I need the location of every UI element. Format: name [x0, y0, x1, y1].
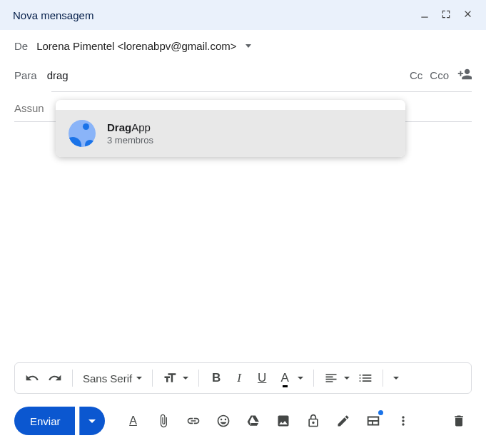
- underline-button[interactable]: U: [252, 368, 272, 388]
- insert-signature-button[interactable]: [330, 408, 356, 434]
- bcc-button[interactable]: Cco: [430, 69, 449, 81]
- to-row: Para Cc Cco: [0, 59, 486, 91]
- caret-down-icon: [88, 419, 96, 423]
- autocomplete-text: DragApp 3 membros: [107, 121, 153, 146]
- more-options-button[interactable]: [390, 408, 416, 434]
- from-row: De Lorena Pimentel <lorenabpv@gmail.com>: [0, 30, 486, 59]
- compose-title: Nova mensagem: [13, 9, 93, 21]
- layout-button[interactable]: [360, 408, 386, 434]
- align-button[interactable]: [321, 368, 341, 388]
- autocomplete-item[interactable]: DragApp 3 membros: [56, 110, 405, 157]
- toolbar-separator: [72, 370, 73, 387]
- close-icon[interactable]: [462, 9, 473, 21]
- discard-draft-button[interactable]: [446, 408, 472, 434]
- compose-titlebar: Nova mensagem: [0, 0, 486, 30]
- font-size-button[interactable]: [160, 368, 180, 388]
- autocomplete-popup: DragApp 3 membros: [56, 100, 405, 157]
- toolbar-separator: [313, 370, 314, 387]
- autocomplete-subtitle: 3 membros: [107, 135, 153, 146]
- svg-rect-0: [421, 16, 427, 17]
- toolbar-separator: [383, 370, 383, 387]
- to-label: Para: [14, 69, 37, 81]
- italic-button[interactable]: I: [229, 368, 249, 388]
- notification-dot-icon: [378, 410, 383, 415]
- send-options-button[interactable]: [79, 407, 105, 435]
- insert-emoji-button[interactable]: [211, 408, 236, 434]
- expand-icon[interactable]: [441, 9, 451, 21]
- toolbar-separator: [152, 370, 153, 387]
- formatting-toggle-button[interactable]: A: [121, 408, 146, 434]
- attach-file-button[interactable]: [151, 408, 176, 434]
- text-color-button[interactable]: A: [275, 368, 295, 388]
- undo-button[interactable]: [22, 368, 42, 388]
- toolbar-separator: [198, 370, 199, 387]
- bottom-bar: Enviar A: [0, 399, 486, 448]
- insert-photo-button[interactable]: [270, 408, 296, 434]
- message-body[interactable]: [0, 122, 486, 362]
- format-toolbar: Sans Serif B I U A: [14, 362, 472, 394]
- insert-drive-button[interactable]: [241, 408, 266, 434]
- caret-down-icon[interactable]: [298, 377, 303, 380]
- bold-button[interactable]: B: [206, 368, 226, 388]
- group-avatar-icon: [69, 120, 96, 147]
- caret-down-icon: [136, 377, 142, 380]
- list-button[interactable]: [355, 368, 375, 388]
- from-value[interactable]: Lorena Pimentel <lorenabpv@gmail.com>: [36, 40, 236, 52]
- confidential-mode-button[interactable]: [300, 408, 326, 434]
- cc-button[interactable]: Cc: [410, 69, 422, 81]
- insert-link-button[interactable]: [181, 408, 206, 434]
- caret-down-icon[interactable]: [183, 377, 188, 380]
- to-input[interactable]: [47, 69, 410, 81]
- redo-button[interactable]: [45, 368, 65, 388]
- minimize-icon[interactable]: [420, 9, 430, 21]
- autocomplete-name: DragApp: [107, 121, 153, 133]
- from-dropdown-icon[interactable]: [245, 44, 251, 48]
- font-family-select[interactable]: Sans Serif: [80, 372, 145, 385]
- send-button[interactable]: Enviar: [14, 407, 75, 435]
- more-format-icon[interactable]: [393, 377, 399, 380]
- contacts-picker-icon[interactable]: [456, 66, 472, 84]
- caret-down-icon[interactable]: [344, 377, 350, 380]
- autocomplete-input-strip: [56, 100, 405, 110]
- titlebar-actions: [420, 9, 473, 21]
- from-label: De: [14, 40, 28, 52]
